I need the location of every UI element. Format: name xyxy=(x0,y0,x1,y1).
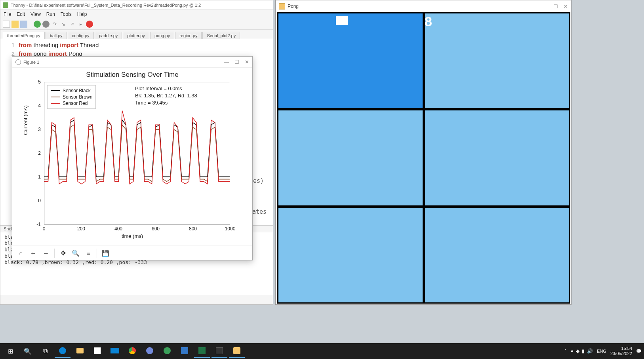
open-file-button[interactable] xyxy=(11,21,19,28)
thonny-menubar: File Edit View Run Tools Help xyxy=(0,10,273,19)
system-tray[interactable]: ● ◆ ▮ 🔊 xyxy=(571,348,593,354)
tab-serialplot[interactable]: Serial_plot2.py xyxy=(202,32,240,39)
tab-region[interactable]: region.py xyxy=(175,32,202,39)
xtick: 400 xyxy=(114,226,122,232)
taskbar-excel[interactable] xyxy=(194,344,210,358)
chart-xlabel: time (ms) xyxy=(12,233,252,239)
taskbar-python[interactable] xyxy=(229,344,245,358)
pong-score: 8 xyxy=(425,14,432,29)
taskbar-chrome[interactable] xyxy=(124,344,140,358)
start-button[interactable]: ⊞ xyxy=(2,344,18,358)
chart-ylabel: Current (mA) xyxy=(23,105,29,135)
thonny-title-sep: - xyxy=(25,3,29,8)
thonny-toolbar: ↷ ↘ ↗ ▸ xyxy=(0,19,273,30)
maximize-button[interactable]: ☐ xyxy=(234,59,239,65)
ytick: 3 xyxy=(38,127,41,132)
pong-title: Pong xyxy=(288,4,299,9)
tab-ball[interactable]: ball.py xyxy=(46,32,67,39)
taskbar-mail[interactable] xyxy=(107,344,123,358)
configure-icon[interactable]: ≡ xyxy=(82,247,94,259)
menu-run[interactable]: Run xyxy=(46,11,55,17)
pong-region[interactable] xyxy=(277,207,424,304)
thonny-titlebar[interactable]: Thonny - D:\final experiment software\Fu… xyxy=(0,0,273,10)
run-button[interactable] xyxy=(34,21,41,28)
taskbar-vscode[interactable] xyxy=(177,344,192,358)
back-icon[interactable]: ← xyxy=(27,247,39,259)
taskbar-thonny[interactable] xyxy=(211,344,227,358)
pong-close-button[interactable]: ✕ xyxy=(564,4,568,9)
pong-field[interactable]: 8 xyxy=(277,12,570,304)
pong-region[interactable] xyxy=(424,12,570,109)
ytick: 4 xyxy=(38,103,41,108)
taskbar-language[interactable]: ENG xyxy=(597,349,606,353)
step-out-button[interactable]: ↗ xyxy=(69,21,76,28)
menu-view[interactable]: View xyxy=(30,11,41,17)
pong-window: Pong — ☐ ✕ 8 xyxy=(275,0,572,305)
taskbar-explorer[interactable] xyxy=(72,344,88,358)
search-button[interactable]: 🔍 xyxy=(20,344,36,358)
close-button[interactable]: ✕ xyxy=(245,59,249,65)
matplotlib-toolbar: ⌂ ← → ✥ 🔍 ≡ 💾 xyxy=(12,245,252,261)
tray-icon[interactable]: ◆ xyxy=(576,348,579,354)
tab-threadedpong[interactable]: threadedPong.py xyxy=(3,32,45,39)
step-into-button[interactable]: ↘ xyxy=(60,21,67,28)
pong-titlebar[interactable]: Pong — ☐ ✕ xyxy=(276,0,571,12)
menu-tools[interactable]: Tools xyxy=(61,11,72,17)
resume-button[interactable]: ▸ xyxy=(77,21,84,28)
tab-config[interactable]: config.py xyxy=(68,32,94,39)
save-icon[interactable]: 💾 xyxy=(99,247,111,259)
xtick: 1000 xyxy=(225,226,236,232)
ytick: 5 xyxy=(38,79,41,85)
thonny-app-name: Thonny xyxy=(11,3,25,8)
pong-paddle xyxy=(336,16,348,25)
menu-edit[interactable]: Edit xyxy=(17,11,25,17)
xtick: 800 xyxy=(189,226,197,232)
stop-button[interactable] xyxy=(86,21,93,28)
thonny-app-icon xyxy=(3,2,8,8)
pan-icon[interactable]: ✥ xyxy=(57,247,69,259)
tab-pong[interactable]: pong.py xyxy=(150,32,174,39)
figure-titlebar[interactable]: Figure 1 — ☐ ✕ xyxy=(12,57,252,68)
editor-tabstrip: threadedPong.py ball.py config.py paddle… xyxy=(0,30,273,39)
tray-icon[interactable]: ● xyxy=(571,348,574,354)
tab-paddle[interactable]: paddle.py xyxy=(95,32,122,39)
tray-icon[interactable]: ▮ xyxy=(582,348,585,354)
figure-window-icon xyxy=(15,59,21,65)
save-file-button[interactable] xyxy=(20,21,27,28)
xtick: 200 xyxy=(77,226,85,232)
minimize-button[interactable]: — xyxy=(224,59,229,65)
taskbar-store[interactable] xyxy=(90,344,105,358)
pong-region[interactable] xyxy=(424,207,570,304)
debug-button[interactable] xyxy=(42,21,50,28)
tab-plotter[interactable]: plotter.py xyxy=(123,32,149,39)
home-icon[interactable]: ⌂ xyxy=(15,247,27,259)
taskbar-green-app[interactable] xyxy=(159,344,175,358)
tray-icon[interactable]: 🔊 xyxy=(587,348,593,354)
taskbar-date: 23/05/2022 xyxy=(610,351,632,356)
pong-minimize-button[interactable]: — xyxy=(543,4,548,9)
ytick: 0 xyxy=(38,198,41,203)
notifications-button[interactable]: 💬 xyxy=(636,349,642,354)
ytick: -1 xyxy=(36,222,41,227)
forward-icon[interactable]: → xyxy=(40,247,52,259)
pong-region[interactable] xyxy=(277,109,424,206)
pong-region[interactable] xyxy=(277,12,424,109)
taskbar-time: 15:54 xyxy=(621,346,632,351)
taskbar-clock[interactable]: 15:54 23/05/2022 xyxy=(610,346,632,356)
taskbar-discord[interactable] xyxy=(142,344,158,358)
step-over-button[interactable]: ↷ xyxy=(51,21,58,28)
menu-file[interactable]: File xyxy=(4,11,11,17)
zoom-icon[interactable]: 🔍 xyxy=(70,247,82,259)
new-file-button[interactable] xyxy=(3,21,10,28)
menu-help[interactable]: Help xyxy=(77,11,87,17)
xtick: 0 xyxy=(43,226,46,232)
taskbar-edge[interactable] xyxy=(55,344,70,358)
figure-window-title: Figure 1 xyxy=(23,60,39,65)
pong-region[interactable] xyxy=(424,109,570,206)
xtick: 600 xyxy=(152,226,160,232)
ytick: 2 xyxy=(38,150,41,156)
pong-maximize-button[interactable]: ☐ xyxy=(553,4,558,9)
tray-expand-icon[interactable]: ˄ xyxy=(564,349,567,354)
taskview-button[interactable]: ⧉ xyxy=(37,344,53,358)
chart-title: Stimulation Sensing Over Time xyxy=(12,71,252,79)
